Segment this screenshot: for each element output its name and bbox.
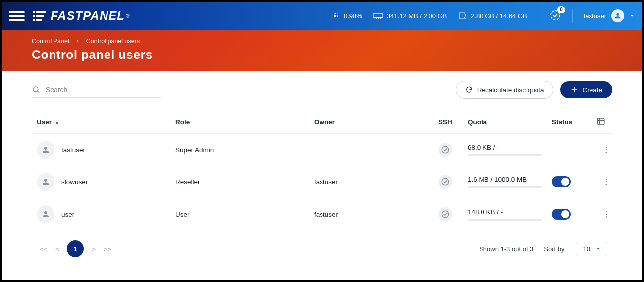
recalculate-quota-button[interactable]: Recalculate disc quota (456, 81, 554, 99)
disk-usage-text: 2.80 GB / 14.64 GB (471, 12, 527, 20)
col-user[interactable]: User ▲ (37, 118, 175, 126)
pager-last[interactable]: >> (104, 245, 111, 253)
table-header-row: User ▲ Role Owner SSH Quota Status (32, 111, 612, 134)
svg-rect-19 (597, 118, 604, 124)
table-row: user User fastuser 148.0 KB / - (32, 198, 612, 230)
user-avatar-icon (37, 141, 54, 159)
svg-point-22 (442, 146, 449, 153)
user-role: Reseller (175, 178, 314, 186)
col-status[interactable]: Status (552, 118, 596, 126)
svg-point-32 (606, 214, 607, 215)
ssh-enabled-icon[interactable] (438, 143, 452, 157)
col-quota[interactable]: Quota (468, 118, 552, 126)
col-ssh[interactable]: SSH (423, 118, 468, 126)
cpu-usage-text: 0.98% (344, 12, 362, 20)
logo[interactable]: FASTPANEL® (33, 9, 130, 23)
logo-text: FASTPANEL (51, 9, 125, 23)
memory-icon (373, 12, 383, 19)
breadcrumb-current: Control panel users (86, 38, 140, 45)
svg-rect-5 (36, 19, 42, 21)
svg-point-31 (606, 211, 607, 212)
row-actions-menu-icon[interactable] (596, 177, 616, 186)
col-role[interactable]: Role (175, 118, 314, 126)
ssh-enabled-icon[interactable] (438, 207, 452, 221)
quota-progress-bar (468, 219, 542, 221)
chevron-down-icon (595, 245, 602, 252)
pager-prev[interactable]: < (55, 245, 59, 253)
columns-settings-icon[interactable] (596, 117, 616, 127)
quota-text: 1.6 MB / 1000.0 MB (468, 176, 552, 183)
status-toggle[interactable] (552, 176, 571, 187)
tasks-indicator-icon[interactable]: 0 (549, 9, 561, 23)
pager-next[interactable]: > (92, 245, 96, 253)
svg-rect-0 (33, 11, 35, 13)
table-row: fastuser Super Admin 68.0 KB / - (32, 134, 612, 166)
pager-first[interactable]: << (40, 245, 48, 253)
current-username: fastuser (584, 12, 606, 20)
svg-point-28 (606, 181, 607, 183)
cpu-icon (331, 11, 340, 20)
sortby-label: Sort by (544, 245, 564, 253)
svg-line-16 (37, 91, 39, 93)
search-icon (32, 85, 41, 94)
breadcrumb-root[interactable]: Control Panel (32, 38, 69, 45)
pagination: << < 1 > >> (40, 240, 111, 257)
shown-results-text: Shown 1-3 out of 3 (479, 245, 533, 253)
svg-rect-7 (335, 15, 336, 17)
search-container (32, 82, 161, 98)
status-toggle[interactable] (552, 209, 571, 220)
quota-progress-bar (468, 186, 542, 188)
svg-point-33 (606, 216, 607, 218)
menu-hamburger-icon[interactable] (9, 8, 25, 24)
create-label: Create (582, 86, 602, 94)
sort-asc-icon: ▲ (54, 119, 60, 125)
create-button[interactable]: Create (560, 81, 612, 98)
page-title: Control panel users (32, 48, 612, 62)
table-footer: << < 1 > >> Shown 1-3 out of 3 Sort by 1… (32, 230, 612, 267)
row-actions-menu-icon[interactable] (596, 210, 616, 219)
col-owner[interactable]: Owner (314, 118, 423, 126)
disk-icon (458, 11, 467, 20)
chevron-right-icon (75, 38, 80, 45)
top-app-bar: FASTPANEL® 0.98% 341.12 MB / 2.00 GB 2.8… (2, 2, 642, 30)
svg-point-30 (442, 211, 449, 218)
quota-text: 68.0 KB / - (468, 144, 552, 151)
user-owner: fastuser (314, 211, 423, 218)
users-table: User ▲ Role Owner SSH Quota Status fastu… (32, 111, 612, 230)
disk-usage-stat[interactable]: 2.80 GB / 14.64 GB (458, 11, 527, 20)
quota-progress-bar (468, 154, 542, 156)
user-avatar-icon (37, 205, 54, 223)
user-menu-toggle[interactable]: fastuser (584, 9, 635, 22)
user-avatar-icon (37, 173, 54, 191)
user-owner: fastuser (314, 178, 423, 186)
breadcrumb: Control Panel Control panel users (32, 38, 612, 45)
fastpanel-logo-icon (33, 11, 48, 21)
svg-point-23 (606, 146, 607, 148)
svg-rect-3 (36, 15, 44, 17)
pager-current-page[interactable]: 1 (67, 240, 84, 257)
memory-usage-text: 341.12 MB / 2.00 GB (387, 12, 447, 20)
svg-rect-4 (33, 19, 35, 21)
page-size-select[interactable]: 10 (576, 242, 607, 256)
user-role: User (175, 211, 314, 218)
svg-point-13 (464, 17, 465, 18)
svg-rect-1 (36, 11, 46, 13)
memory-usage-stat[interactable]: 341.12 MB / 2.00 GB (373, 12, 447, 20)
user-name[interactable]: fastuser (61, 146, 85, 154)
svg-point-25 (606, 152, 607, 153)
svg-point-26 (442, 178, 449, 185)
tasks-badge: 0 (557, 6, 565, 13)
search-input[interactable] (46, 86, 161, 94)
row-actions-menu-icon[interactable] (596, 145, 616, 154)
user-name[interactable]: slowuser (61, 178, 88, 186)
chevron-down-icon (629, 13, 635, 19)
svg-point-29 (606, 184, 607, 185)
cpu-usage-stat[interactable]: 0.98% (331, 11, 362, 20)
plus-icon (570, 86, 578, 94)
ssh-enabled-icon[interactable] (438, 175, 452, 189)
user-name[interactable]: user (61, 211, 74, 218)
vertical-divider (538, 9, 538, 23)
refresh-icon (465, 86, 473, 94)
quota-text: 148.0 KB / - (468, 208, 552, 216)
user-role: Super Admin (175, 146, 314, 154)
